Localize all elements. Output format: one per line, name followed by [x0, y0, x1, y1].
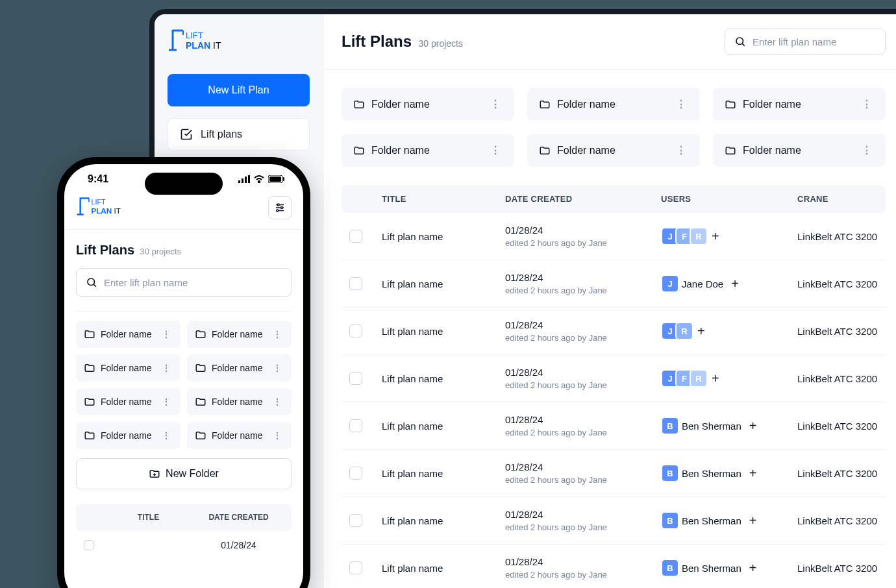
add-user-button[interactable]: +: [748, 419, 758, 434]
svg-line-8: [742, 43, 744, 45]
more-icon[interactable]: ⋮: [270, 329, 284, 339]
folder-card[interactable]: Folder name⋮: [342, 88, 514, 121]
folder-icon: [195, 430, 206, 441]
folder-name: Folder name: [212, 397, 270, 407]
users-cell: JJane Doe+: [661, 275, 791, 293]
phone-table-header: TITLE DATE CREATED: [76, 504, 292, 531]
folder-name: Folder name: [101, 430, 159, 441]
search-box[interactable]: [725, 29, 886, 55]
folder-card[interactable]: Folder name⋮: [76, 354, 180, 382]
more-icon[interactable]: ⋮: [159, 363, 173, 373]
more-icon[interactable]: ⋮: [488, 98, 503, 110]
folder-card[interactable]: Folder name⋮: [187, 422, 292, 449]
more-icon[interactable]: ⋮: [859, 144, 874, 156]
phone-search-box[interactable]: [76, 268, 292, 297]
plan-title[interactable]: Lift plan name: [382, 563, 499, 574]
filter-button[interactable]: [268, 196, 292, 219]
more-icon[interactable]: ⋮: [673, 144, 688, 156]
row-checkbox[interactable]: [349, 419, 362, 432]
avatar-stack: J: [661, 275, 675, 293]
folder-card[interactable]: Folder name⋮: [713, 88, 886, 121]
add-user-button[interactable]: +: [748, 561, 758, 576]
avatar-stack: B: [661, 559, 675, 577]
status-icons: [238, 175, 285, 183]
logo: LIFT PLAN IT: [168, 27, 310, 56]
folder-icon: [195, 362, 206, 374]
add-user-button[interactable]: +: [730, 276, 740, 291]
more-icon[interactable]: ⋮: [159, 397, 173, 407]
folder-card[interactable]: Folder name⋮: [342, 134, 514, 167]
sidebar-item-lift-plans[interactable]: Lift plans: [168, 118, 310, 151]
more-icon[interactable]: ⋮: [673, 98, 688, 110]
date-created: 01/28/24: [505, 414, 654, 425]
add-user-button[interactable]: +: [748, 513, 758, 528]
search-input[interactable]: [753, 36, 876, 47]
sidebar-item-label: Lift plans: [201, 129, 242, 140]
table-body: Lift plan name01/28/24edited 2 hours ago…: [342, 213, 886, 588]
folder-card[interactable]: Folder name⋮: [527, 88, 700, 121]
row-checkbox[interactable]: [349, 561, 362, 574]
svg-text:PLAN: PLAN: [186, 40, 210, 51]
col-users: USERS: [661, 194, 791, 204]
row-checkbox[interactable]: [349, 514, 362, 527]
new-folder-button[interactable]: New Folder: [76, 458, 292, 489]
svg-text:LIFT: LIFT: [186, 31, 203, 40]
plan-title[interactable]: Lift plan name: [382, 326, 499, 337]
users-cell: BBen Sherman+: [661, 511, 791, 530]
plan-title[interactable]: Lift plan name: [382, 231, 499, 242]
folder-card[interactable]: Folder name⋮: [76, 388, 180, 415]
row-checkbox[interactable]: [349, 325, 362, 337]
folder-card[interactable]: Folder name⋮: [527, 134, 700, 167]
add-user-button[interactable]: +: [710, 229, 721, 244]
avatar-stack: B: [661, 464, 675, 482]
users-cell: JR+: [661, 322, 791, 340]
plan-title[interactable]: [103, 540, 193, 550]
plan-title[interactable]: Lift plan name: [382, 515, 499, 526]
avatar: B: [661, 464, 679, 482]
date-created: 01/28/24: [505, 556, 654, 567]
more-icon[interactable]: ⋮: [270, 430, 284, 441]
svg-text:IT: IT: [213, 40, 221, 51]
row-checkbox[interactable]: [349, 467, 362, 480]
folder-card[interactable]: Folder name⋮: [76, 422, 180, 449]
svg-rect-12: [248, 175, 250, 183]
user-name: Ben Sherman: [682, 515, 741, 526]
more-icon[interactable]: ⋮: [270, 397, 284, 407]
date-created: 01/28/24: [193, 540, 284, 550]
add-user-button[interactable]: +: [710, 371, 721, 386]
folder-card[interactable]: Folder name⋮: [187, 321, 292, 348]
folder-icon: [84, 430, 95, 441]
plan-title[interactable]: Lift plan name: [382, 278, 499, 289]
svg-rect-15: [269, 177, 281, 182]
add-user-button[interactable]: +: [748, 466, 758, 481]
folder-card[interactable]: Folder name⋮: [713, 134, 886, 167]
row-checkbox[interactable]: [349, 230, 362, 243]
more-icon[interactable]: ⋮: [488, 144, 503, 156]
plan-title[interactable]: Lift plan name: [382, 421, 499, 432]
table-row: Lift plan name01/28/24edited 2 hours ago…: [342, 355, 886, 402]
avatar-stack: JFR: [661, 369, 704, 387]
more-icon[interactable]: ⋮: [159, 430, 173, 441]
table-row: Lift plan name01/28/24edited 2 hours ago…: [342, 497, 886, 545]
phone-search-input[interactable]: [104, 277, 282, 288]
plan-title[interactable]: Lift plan name: [382, 468, 499, 479]
folder-card[interactable]: Folder name⋮: [76, 321, 180, 348]
table-row: Lift plan name01/28/24edited 2 hours ago…: [342, 450, 886, 497]
avatar: B: [661, 559, 679, 577]
row-checkbox[interactable]: [349, 277, 362, 290]
edited-by: edited 2 hours ago by Jane: [505, 522, 654, 532]
more-icon[interactable]: ⋮: [270, 363, 284, 373]
more-icon[interactable]: ⋮: [859, 98, 874, 110]
folder-icon: [84, 396, 95, 408]
edited-by: edited 2 hours ago by Jane: [505, 333, 654, 343]
users-cell: JFR+: [661, 369, 791, 387]
avatar-stack: B: [661, 417, 675, 435]
folder-card[interactable]: Folder name⋮: [187, 388, 292, 415]
more-icon[interactable]: ⋮: [159, 329, 173, 339]
plan-title[interactable]: Lift plan name: [382, 373, 499, 384]
row-checkbox[interactable]: [349, 372, 362, 385]
row-checkbox[interactable]: [84, 540, 94, 550]
add-user-button[interactable]: +: [696, 324, 706, 339]
folder-card[interactable]: Folder name⋮: [187, 354, 292, 382]
new-lift-plan-button[interactable]: New Lift Plan: [168, 74, 310, 106]
